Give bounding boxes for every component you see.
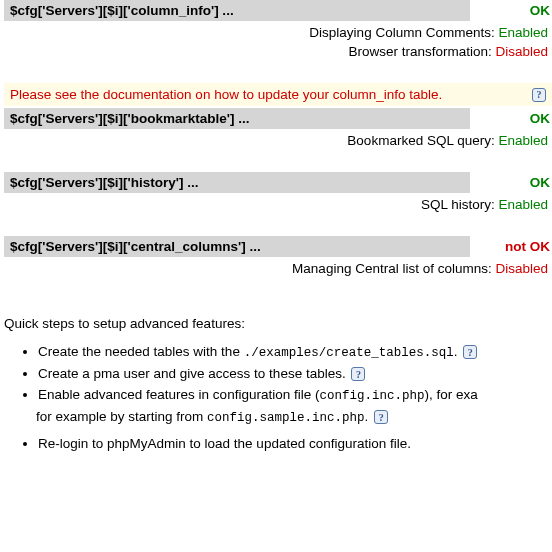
- feature-row: Bookmarked SQL query: Enabled: [0, 133, 552, 148]
- list-item: Re-login to phpMyAdmin to load the updat…: [38, 435, 552, 453]
- feature-row: Displaying Column Comments: Enabled: [0, 25, 552, 40]
- section-column-info: $cfg['Servers'][$i]['column_info'] ... O…: [0, 0, 552, 59]
- cfg-label: $cfg['Servers'][$i]['central_columns'] .…: [4, 236, 470, 257]
- feature-value: Disabled: [495, 44, 548, 59]
- cfg-status: OK: [470, 111, 552, 126]
- feature-row: SQL history: Enabled: [0, 197, 552, 212]
- cfg-row-central-columns: $cfg['Servers'][$i]['central_columns'] .…: [4, 236, 552, 257]
- feature-value: Enabled: [498, 133, 548, 148]
- quick-steps-list: Create the needed tables with the ./exam…: [16, 343, 552, 405]
- feature-row: Managing Central list of columns: Disabl…: [0, 261, 552, 276]
- step-continuation: for example by starting from config.samp…: [36, 409, 552, 425]
- code-path: config.sample.inc.php: [207, 411, 365, 425]
- feature-value: Enabled: [498, 25, 548, 40]
- step-text: Enable advanced features in configuratio…: [38, 387, 319, 402]
- cfg-status: OK: [470, 3, 552, 18]
- step-text: Create a pma user and give access to the…: [38, 366, 349, 381]
- cfg-row-bookmarktable: $cfg['Servers'][$i]['bookmarktable'] ...…: [4, 108, 552, 129]
- step-text: Re-login to phpMyAdmin to load the updat…: [38, 436, 411, 451]
- code-path: config.inc.php: [319, 389, 424, 403]
- feature-label: Browser transformation:: [348, 44, 491, 59]
- section-central-columns: $cfg['Servers'][$i]['central_columns'] .…: [0, 236, 552, 276]
- cfg-label: $cfg['Servers'][$i]['column_info'] ...: [4, 0, 470, 21]
- quick-steps-list-2: Re-login to phpMyAdmin to load the updat…: [16, 435, 552, 453]
- feature-label: Bookmarked SQL query:: [347, 133, 494, 148]
- step-text: for example by starting from: [36, 409, 207, 424]
- cfg-status: not OK: [470, 239, 552, 254]
- section-history: $cfg['Servers'][$i]['history'] ... OK SQ…: [0, 172, 552, 212]
- cfg-status: OK: [470, 175, 552, 190]
- step-text: ), for exa: [424, 387, 477, 402]
- feature-row: Browser transformation: Disabled: [0, 44, 552, 59]
- code-path: ./examples/create_tables.sql: [244, 346, 454, 360]
- feature-label: Displaying Column Comments:: [309, 25, 494, 40]
- feature-value: Disabled: [495, 261, 548, 276]
- cfg-row-column-info: $cfg['Servers'][$i]['column_info'] ... O…: [4, 0, 552, 21]
- cfg-label: $cfg['Servers'][$i]['bookmarktable'] ...: [4, 108, 470, 129]
- cfg-row-history: $cfg['Servers'][$i]['history'] ... OK: [4, 172, 552, 193]
- list-item: Create the needed tables with the ./exam…: [38, 343, 552, 362]
- notice-text: Please see the documentation on how to u…: [10, 87, 526, 102]
- feature-value: Enabled: [498, 197, 548, 212]
- section-bookmarktable: $cfg['Servers'][$i]['bookmarktable'] ...…: [0, 108, 552, 148]
- help-icon[interactable]: ?: [374, 410, 388, 424]
- cfg-label: $cfg['Servers'][$i]['history'] ...: [4, 172, 470, 193]
- step-text: .: [365, 409, 373, 424]
- notice-column-info-update: Please see the documentation on how to u…: [4, 83, 552, 106]
- step-text: .: [454, 344, 462, 359]
- quick-steps-title: Quick steps to setup advanced features:: [4, 316, 552, 331]
- step-text: Create the needed tables with the: [38, 344, 244, 359]
- feature-label: Managing Central list of columns:: [292, 261, 492, 276]
- help-icon[interactable]: ?: [532, 88, 546, 102]
- help-icon[interactable]: ?: [351, 367, 365, 381]
- feature-label: SQL history:: [421, 197, 495, 212]
- help-icon[interactable]: ?: [463, 345, 477, 359]
- list-item: Enable advanced features in configuratio…: [38, 386, 552, 405]
- list-item: Create a pma user and give access to the…: [38, 365, 552, 383]
